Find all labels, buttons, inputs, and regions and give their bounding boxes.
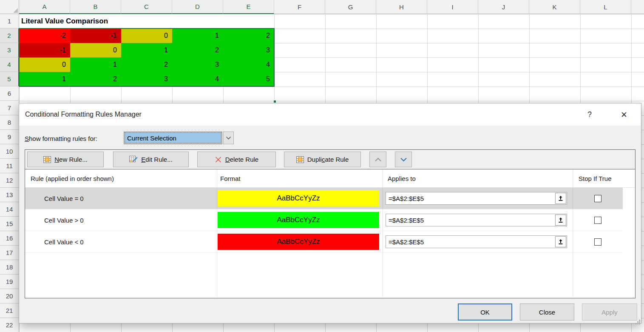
applies-to-value: =$A$2:$E$5 [386, 195, 555, 202]
stop-if-true-checkbox[interactable] [594, 238, 601, 246]
cell-E2[interactable]: 2 [223, 29, 274, 43]
column-header-F[interactable]: F [274, 0, 325, 14]
header-rule: Rule (applied in order shown) [25, 175, 217, 182]
column-header-H[interactable]: H [376, 0, 427, 14]
close-icon[interactable]: ✕ [618, 103, 630, 126]
row-header-6[interactable]: 6 [0, 86, 19, 101]
row-header-2[interactable]: 2 [0, 29, 19, 43]
format-preview: AaBbCcYyZz [218, 190, 379, 206]
cell-D5[interactable]: 4 [172, 72, 223, 86]
cell-C5[interactable]: 3 [121, 72, 172, 86]
column-headers: ABCDEFGHIJKL [19, 0, 644, 14]
row-header-5[interactable]: 5 [0, 72, 19, 86]
row-header-21[interactable]: 21 [0, 303, 19, 318]
column-header-K[interactable]: K [529, 0, 580, 14]
row-header-13[interactable]: 13 [0, 188, 19, 202]
cell-A2[interactable]: -2 [19, 29, 70, 43]
row-header-17[interactable]: 17 [0, 246, 19, 260]
rule-row-3[interactable]: Cell Value < 0AaBbCcYyZz=$A$2:$E$5 [25, 231, 623, 253]
column-header-I[interactable]: I [427, 0, 478, 14]
row-header-3[interactable]: 3 [0, 43, 19, 57]
column-header-C[interactable]: C [121, 0, 172, 14]
cell-E5[interactable]: 5 [223, 72, 274, 86]
close-button[interactable]: Close [520, 303, 574, 321]
rule-name: Cell Value = 0 [25, 195, 217, 202]
cell-E3[interactable]: 3 [223, 43, 274, 57]
cell-E4[interactable]: 4 [223, 57, 274, 72]
new-rule-button[interactable]: New Rule... [27, 152, 104, 167]
collapse-range-button[interactable] [555, 215, 566, 226]
edit-rule-label: Edit Rule... [141, 156, 172, 163]
cell-A1[interactable]: Literal Value Comparison [19, 14, 274, 29]
column-header-A[interactable]: A [19, 0, 70, 14]
column-header-G[interactable]: G [325, 0, 376, 14]
collapse-range-button[interactable] [555, 193, 566, 204]
duplicate-rule-label: Duplicate Rule [307, 156, 349, 163]
dropdown-arrow-button[interactable] [223, 132, 234, 144]
row-header-1[interactable]: 1 [0, 14, 19, 29]
cell-A3[interactable]: -1 [19, 43, 70, 57]
cell-A5[interactable]: 1 [19, 72, 70, 86]
cell-C3[interactable]: 1 [121, 43, 172, 57]
show-rules-dropdown[interactable]: Current Selection [124, 132, 234, 144]
column-header-L[interactable]: L [580, 0, 631, 14]
cell-C2[interactable]: 0 [121, 29, 172, 43]
row-header-8[interactable]: 8 [0, 115, 19, 130]
column-header-E[interactable]: E [223, 0, 274, 14]
stop-if-true-checkbox[interactable] [594, 195, 601, 202]
cell-D4[interactable]: 3 [172, 57, 223, 72]
row-header-14[interactable]: 14 [0, 202, 19, 217]
applies-to-input[interactable]: =$A$2:$E$5 [386, 235, 567, 248]
row-header-9[interactable]: 9 [0, 130, 19, 144]
red-x-icon [215, 156, 222, 163]
applies-to-input[interactable]: =$A$2:$E$5 [386, 192, 567, 205]
duplicate-rule-button[interactable]: Duplicate Rule [284, 152, 361, 167]
stop-if-true-checkbox[interactable] [594, 217, 601, 224]
column-header-B[interactable]: B [70, 0, 121, 14]
row-header-11[interactable]: 11 [0, 159, 19, 173]
edit-rule-button[interactable]: Edit Rule... [113, 152, 189, 167]
applies-to-input[interactable]: =$A$2:$E$5 [386, 214, 567, 226]
dropdown-selected-value: Current Selection [125, 133, 221, 143]
column-separator [573, 169, 573, 298]
collapse-range-button[interactable] [555, 236, 566, 247]
rule-name: Cell Value < 0 [25, 238, 217, 246]
cell-D3[interactable]: 2 [172, 43, 223, 57]
row-header-12[interactable]: 12 [0, 173, 19, 188]
column-header-J[interactable]: J [478, 0, 529, 14]
dropdown-field[interactable]: Current Selection [124, 132, 222, 144]
move-down-button[interactable] [395, 152, 412, 167]
apply-button[interactable]: Apply [582, 303, 637, 321]
column-separator [217, 169, 217, 298]
cell-B2[interactable]: -1 [70, 29, 121, 43]
row-header-15[interactable]: 15 [0, 217, 19, 231]
row-header-10[interactable]: 10 [0, 144, 19, 159]
cell-B3[interactable]: 0 [70, 43, 121, 57]
row-header-16[interactable]: 16 [0, 231, 19, 246]
chevron-down-icon [400, 157, 407, 162]
cell-B5[interactable]: 2 [70, 72, 121, 86]
cell-D2[interactable]: 1 [172, 29, 223, 43]
ok-button[interactable]: OK [458, 303, 512, 321]
cell-C4[interactable]: 2 [121, 57, 172, 72]
row-header-18[interactable]: 18 [0, 260, 19, 275]
rule-row-2[interactable]: Cell Value > 0AaBbCcYyZz=$A$2:$E$5 [25, 209, 623, 231]
column-header-D[interactable]: D [172, 0, 223, 14]
table-edit-icon [129, 156, 138, 163]
row-header-7[interactable]: 7 [0, 101, 19, 115]
row-header-22[interactable]: 22 [0, 318, 19, 332]
delete-rule-button[interactable]: Delete Rule [197, 152, 276, 167]
cell-B4[interactable]: 1 [70, 57, 121, 72]
resize-grip-icon[interactable] [635, 319, 641, 325]
move-up-button[interactable] [369, 152, 386, 167]
dialog-titlebar[interactable]: Conditional Formatting Rules Manager ? ✕ [19, 103, 641, 126]
help-icon[interactable]: ? [584, 103, 596, 126]
rules-list-body: Cell Value = 0AaBbCcYyZz=$A$2:$E$5Cell V… [25, 188, 635, 253]
row-header-19[interactable]: 19 [0, 275, 19, 289]
row-header-20[interactable]: 20 [0, 289, 19, 303]
select-all-corner[interactable] [0, 0, 19, 14]
rule-row-1[interactable]: Cell Value = 0AaBbCcYyZz=$A$2:$E$5 [25, 188, 623, 209]
header-format: Format [217, 175, 383, 182]
cell-A4[interactable]: 0 [19, 57, 70, 72]
row-header-4[interactable]: 4 [0, 57, 19, 72]
